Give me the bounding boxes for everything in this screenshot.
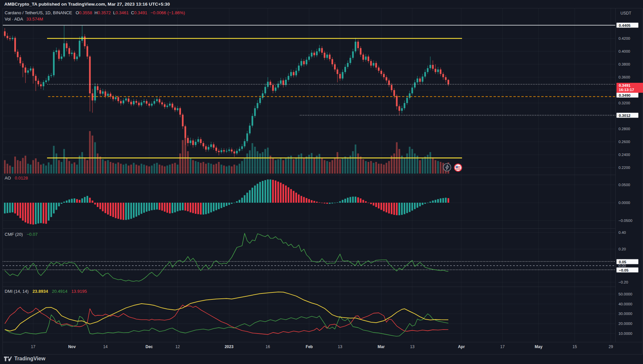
ao-bar	[324, 203, 325, 203]
chart-canvas[interactable]	[0, 0, 643, 364]
ao-bar	[9, 203, 11, 213]
volume-bar	[430, 152, 431, 174]
candle-body	[161, 102, 163, 104]
ao-bar	[153, 203, 155, 210]
cmf-tick-label: 0.20	[618, 247, 626, 251]
candle-body	[172, 104, 173, 108]
candle-body	[102, 91, 104, 94]
volume-bar	[115, 164, 117, 174]
volume-bar	[179, 153, 181, 174]
ao-bar	[48, 203, 49, 221]
ao-bar	[115, 203, 117, 218]
volume-bar	[378, 164, 380, 174]
ao-bar	[239, 200, 240, 203]
ao-bar	[174, 203, 176, 212]
volume-bar	[254, 147, 256, 174]
ao-bar	[71, 199, 73, 203]
ao-bar	[380, 203, 382, 210]
volume-bar	[380, 164, 382, 174]
volume-bar	[326, 161, 328, 174]
tradingview-brand-text[interactable]: TradingView	[14, 356, 45, 362]
volume-bar	[355, 144, 356, 174]
volume-bar	[25, 156, 26, 174]
us-flag-event-icon[interactable]	[454, 163, 462, 172]
volume-bar	[14, 157, 16, 174]
dmi-legend[interactable]: DMI (14, 14) 23.8934 20.4914 13.9195	[5, 289, 87, 294]
ao-bar	[123, 203, 124, 220]
candle-body	[30, 69, 31, 71]
volume-bar	[89, 131, 91, 174]
ao-bar	[432, 201, 434, 203]
volume-bar	[259, 153, 261, 174]
volume-bar	[334, 157, 336, 174]
cmf-title[interactable]: CMF (20)	[5, 232, 23, 237]
dmi-title[interactable]: DMI (14, 14)	[5, 289, 29, 294]
volume-bar	[205, 164, 207, 174]
volume-bar	[9, 166, 11, 174]
volume-bar	[419, 160, 421, 174]
volume-bar	[424, 157, 426, 174]
volume-bar	[50, 165, 52, 174]
volume-bar	[267, 148, 269, 174]
ao-bar	[414, 203, 416, 209]
symbol-legend[interactable]: Cardano / TetherUS, 1D, BINANCE O0.3558H…	[5, 10, 185, 15]
price-tick-label: 0.2800	[618, 127, 630, 131]
footer-branding[interactable]: TradingView	[4, 356, 45, 362]
candle-body	[375, 63, 377, 68]
candle-body	[445, 77, 446, 80]
ao-bar	[244, 195, 246, 203]
ao-bar	[373, 203, 375, 206]
volume-bar	[228, 166, 230, 174]
candle-body	[117, 97, 119, 101]
cmf-legend[interactable]: CMF (20) −0.07	[5, 232, 37, 237]
volume-bar	[87, 160, 88, 174]
candle-body	[61, 57, 62, 59]
candle-series	[4, 25, 449, 157]
candle-body	[221, 150, 222, 152]
volume-bar	[241, 161, 243, 174]
ao-bar	[419, 203, 421, 206]
ao-bar	[385, 203, 387, 212]
ao-bar	[179, 203, 181, 211]
volume-bar	[411, 149, 413, 174]
ao-title[interactable]: AO	[5, 176, 11, 181]
tradingview-logo-icon[interactable]	[4, 356, 12, 362]
volume-bar	[221, 165, 222, 174]
candle-body	[97, 86, 98, 90]
ao-bar	[125, 203, 127, 220]
volume-bar	[97, 153, 98, 174]
ao-bar	[141, 203, 142, 214]
candle-body	[69, 48, 70, 54]
candle-body	[306, 60, 307, 64]
ao-bar	[319, 202, 320, 203]
candle-body	[110, 94, 111, 97]
price-tick-label: 0.4200	[618, 36, 630, 40]
candle-body	[128, 98, 129, 102]
volume-bar	[236, 166, 238, 174]
ao-bar	[7, 203, 8, 213]
volume-legend[interactable]: Vol · ADA 33.574M	[5, 17, 43, 22]
ao-tick-label: −0.0500	[618, 219, 632, 223]
volume-bar	[285, 158, 287, 174]
lightning-event-icon[interactable]	[443, 163, 451, 172]
volume-bar	[143, 165, 145, 174]
ao-bar	[293, 191, 294, 203]
candle-body	[326, 55, 328, 58]
dmi-tick-label: 50.0000	[618, 292, 632, 296]
volume-bar	[195, 161, 197, 174]
ao-bar	[272, 180, 274, 203]
candle-body	[123, 100, 124, 103]
time-tick-label: 16	[265, 344, 270, 349]
candle-body	[288, 76, 289, 80]
ao-bar	[435, 200, 436, 203]
candle-body	[249, 126, 251, 133]
candle-body	[120, 101, 122, 103]
candle-body	[239, 149, 240, 151]
symbol-title[interactable]: Cardano / TetherUS, 1D, BINANCE	[5, 10, 72, 15]
time-tick-label: Feb	[306, 344, 313, 349]
ao-bar	[337, 202, 338, 203]
ohlc-key: L0.3461	[113, 10, 129, 15]
ao-legend[interactable]: AO 0.0128	[5, 176, 28, 181]
candle-body	[74, 53, 75, 59]
time-tick-label: 13	[410, 344, 414, 349]
